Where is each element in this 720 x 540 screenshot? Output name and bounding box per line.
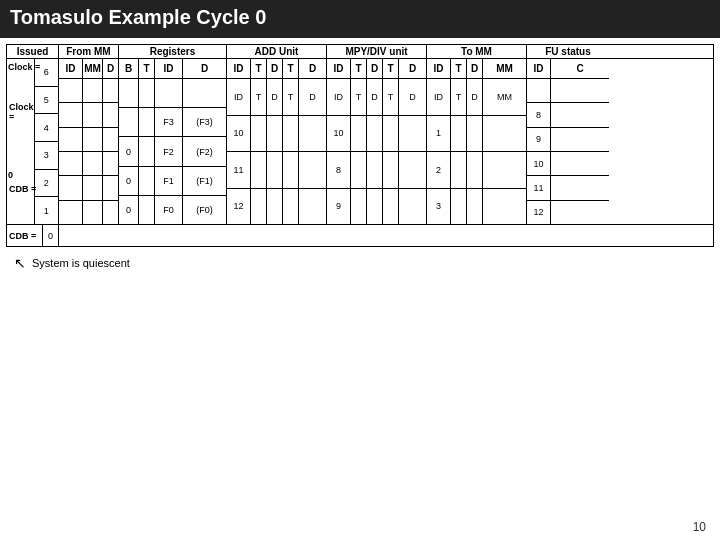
clock-val-area: 6 5 4 3 2 1 xyxy=(35,59,58,224)
list-item: 10 xyxy=(527,152,609,176)
mpydiv-d2-header: D xyxy=(399,59,426,78)
addunit-section: ID T D T D ID T D T D 10 xyxy=(227,59,327,224)
tomm-id-header: ID xyxy=(427,59,451,78)
registers-section: B T ID D F3 xyxy=(119,59,227,224)
list-item xyxy=(59,103,118,127)
list-item: 0 F1 (F1) xyxy=(119,167,226,196)
fustatus-section: ID C 8 9 xyxy=(527,59,609,224)
mpydiv-id-header: ID xyxy=(327,59,351,78)
list-item: 11 xyxy=(227,152,326,189)
add-d2-header: D xyxy=(299,59,326,78)
list-item: 3 xyxy=(427,189,526,225)
page-number: 10 xyxy=(693,520,706,534)
header-row: Issued From MM Registers ADD Unit MPY/DI… xyxy=(7,45,713,59)
clock-value-display: 0 xyxy=(8,170,13,180)
clock-label: Clock = xyxy=(9,102,34,122)
mpydiv-sub-header: ID T D T D xyxy=(327,59,426,79)
add-t-header: T xyxy=(251,59,267,78)
registers-header: Registers xyxy=(119,45,227,58)
note-text: System is quiescent xyxy=(32,257,130,269)
list-item: 1 xyxy=(427,116,526,153)
reg-rows: F3 (F3) 0 F2 (F2) 0 F1 (F1) xyxy=(119,79,226,224)
addunit-header: ADD Unit xyxy=(227,45,327,58)
row-3: 3 xyxy=(35,142,58,170)
add-id-header: ID xyxy=(227,59,251,78)
list-item: 9 xyxy=(327,189,426,225)
list-item: 12 xyxy=(527,201,609,224)
frommm-section: ID MM D xyxy=(59,59,119,224)
frommm-id-header: ID xyxy=(59,59,83,78)
clock-equals-label: Clock = xyxy=(8,62,40,72)
reg-t-header: T xyxy=(139,59,155,78)
list-item: ID T D T D xyxy=(327,79,426,116)
fu-rows: 8 9 10 11 12 xyxy=(527,79,609,224)
list-item: ID T D MM xyxy=(427,79,526,116)
frommm-header: From MM xyxy=(59,45,119,58)
fustatus-header: FU status xyxy=(527,45,609,58)
list-item: 2 xyxy=(427,152,526,189)
list-item: 9 xyxy=(527,128,609,152)
title-bar: Tomasulo Example Cycle 0 xyxy=(0,0,720,38)
list-item xyxy=(59,152,118,176)
mpydiv-t2-header: T xyxy=(383,59,399,78)
list-item xyxy=(59,176,118,200)
fu-c-header: C xyxy=(551,59,609,78)
tomm-sub-header: ID T D MM xyxy=(427,59,526,79)
list-item: 10 xyxy=(327,116,426,153)
list-item: 0 F0 (F0) xyxy=(119,196,226,224)
diagram-container: Issued From MM Registers ADD Unit MPY/DI… xyxy=(6,44,714,247)
add-t2-header: T xyxy=(283,59,299,78)
list-item: 11 xyxy=(527,176,609,200)
add-rows: ID T D T D 10 11 xyxy=(227,79,326,224)
mpydiv-d-header: D xyxy=(367,59,383,78)
issued-section: Clock = CDB = 6 5 4 3 2 1 xyxy=(7,59,59,224)
tomm-rows: ID T D MM 1 2 xyxy=(427,79,526,224)
clock-label-area: Clock = CDB = xyxy=(7,59,35,224)
row-4: 4 xyxy=(35,114,58,142)
reg-id-header: ID xyxy=(155,59,183,78)
reg-d-header: D xyxy=(183,59,226,78)
row-5: 5 xyxy=(35,87,58,115)
arrow-icon: ↖ xyxy=(14,255,26,271)
cdb-label: CDB = xyxy=(7,225,43,246)
clock-value: 0 xyxy=(43,225,59,246)
list-item xyxy=(119,79,226,108)
add-d-header: D xyxy=(267,59,283,78)
tomm-section: ID T D MM ID T D MM 1 xyxy=(427,59,527,224)
tomm-d-header: D xyxy=(467,59,483,78)
main-content: Issued From MM Registers ADD Unit MPY/DI… xyxy=(0,38,720,275)
mpydiv-t-header: T xyxy=(351,59,367,78)
reg-b-header: B xyxy=(119,59,139,78)
tomm-header: To MM xyxy=(427,45,527,58)
mpydiv-section: ID T D T D ID T D T D 10 xyxy=(327,59,427,224)
list-item: 0 F2 (F2) xyxy=(119,137,226,166)
fu-id-header: ID xyxy=(527,59,551,78)
list-item xyxy=(59,128,118,152)
list-item: ID T D T D xyxy=(227,79,326,116)
mpydiv-rows: ID T D T D 10 8 xyxy=(327,79,426,224)
fu-sub-header: ID C xyxy=(527,59,609,79)
tomm-mm-header: MM xyxy=(483,59,526,78)
list-item: 8 xyxy=(527,103,609,127)
registers-sub-header: B T ID D xyxy=(119,59,226,79)
list-item xyxy=(59,79,118,103)
frommm-d-header: D xyxy=(103,59,118,78)
row-1: 1 xyxy=(35,197,58,224)
note-area: ↖ System is quiescent xyxy=(6,255,714,271)
cdb-row: CDB = 0 xyxy=(7,224,713,246)
cdb-label: CDB = xyxy=(9,184,36,194)
row-2: 2 xyxy=(35,170,58,198)
issued-header: Issued xyxy=(7,45,59,58)
frommm-mm-header: MM xyxy=(83,59,103,78)
list-item: 10 xyxy=(227,116,326,153)
list-item xyxy=(59,201,118,224)
body-area: Clock = CDB = 6 5 4 3 2 1 xyxy=(7,59,713,224)
frommm-rows xyxy=(59,79,118,224)
tomm-t-header: T xyxy=(451,59,467,78)
mpydiv-header: MPY/DIV unit xyxy=(327,45,427,58)
issued-inner: Clock = CDB = 6 5 4 3 2 1 xyxy=(7,59,58,224)
cdb-value xyxy=(59,225,713,246)
list-item xyxy=(527,79,609,103)
page-title: Tomasulo Example Cycle 0 xyxy=(10,6,266,28)
frommm-sub-header: ID MM D xyxy=(59,59,118,79)
